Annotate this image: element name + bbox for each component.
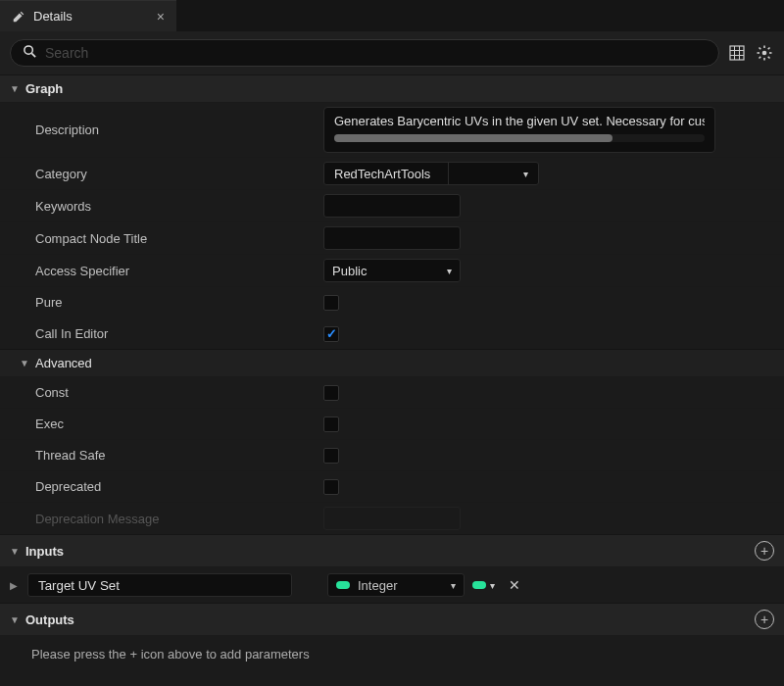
input-param-name[interactable] <box>27 573 292 597</box>
callineditor-checkbox[interactable] <box>323 326 339 342</box>
pencil-icon <box>12 10 25 24</box>
chevron-down-icon: ▾ <box>447 266 452 276</box>
chevron-down-icon[interactable]: ▾ <box>514 165 538 183</box>
deprecated-checkbox[interactable] <box>323 479 339 495</box>
category-combo[interactable]: RedTechArtTools ▾ <box>323 162 539 185</box>
section-advanced[interactable]: ▼ Advanced <box>0 349 784 376</box>
chevron-down-icon: ▼ <box>10 83 20 94</box>
pure-checkbox[interactable] <box>323 295 339 311</box>
description-scrollbar[interactable] <box>334 134 705 142</box>
tab-details[interactable]: Details × <box>0 0 176 31</box>
label-deprecated: Deprecated <box>0 479 323 494</box>
label-pure: Pure <box>0 295 323 310</box>
prop-depmsg: Deprecation Message <box>0 502 784 534</box>
svg-line-13 <box>768 57 770 59</box>
threadsafe-checkbox[interactable] <box>323 448 339 464</box>
search-icon <box>23 44 37 62</box>
prop-keywords: Keywords <box>0 189 784 221</box>
label-description: Description <box>0 122 323 137</box>
outputs-hint: Please press the + icon above to add par… <box>0 635 784 673</box>
section-inputs[interactable]: ▼ Inputs + <box>0 534 784 566</box>
chevron-down-icon: ▾ <box>451 580 456 591</box>
svg-line-15 <box>760 57 761 59</box>
input-param-row: ▶ Integer ▾ ▾ ✕ <box>0 566 784 603</box>
access-combo[interactable]: Public ▾ <box>323 259 461 282</box>
gear-icon[interactable] <box>755 43 774 63</box>
label-access: Access Specifier <box>0 264 323 278</box>
compact-title-field[interactable] <box>323 226 461 250</box>
search-input[interactable] <box>45 45 707 61</box>
prop-category: Category RedTechArtTools ▾ <box>0 157 784 189</box>
prop-const: Const <box>0 376 784 408</box>
add-input-button[interactable]: + <box>755 541 774 561</box>
keywords-field[interactable] <box>323 194 461 218</box>
prop-compact-title: Compact Node Title <box>0 221 784 254</box>
chevron-down-icon: ▼ <box>20 358 29 368</box>
const-checkbox[interactable] <box>323 385 339 401</box>
tab-bar: Details × <box>0 0 784 31</box>
section-inputs-title: Inputs <box>25 544 64 559</box>
prop-description: Description Generates Barycentric UVs in… <box>0 102 784 157</box>
depmsg-field <box>323 507 461 530</box>
label-category: Category <box>0 167 323 181</box>
label-callineditor: Call In Editor <box>0 326 323 341</box>
chevron-down-icon: ▼ <box>10 546 20 557</box>
grid-icon[interactable] <box>727 43 747 63</box>
svg-point-7 <box>762 51 767 56</box>
section-graph[interactable]: ▼ Graph <box>0 74 784 102</box>
access-value: Public <box>332 264 367 278</box>
category-value: RedTechArtTools <box>324 163 440 185</box>
search-row <box>0 31 784 74</box>
section-outputs[interactable]: ▼ Outputs + <box>0 603 784 635</box>
chevron-down-icon: ▾ <box>490 580 495 591</box>
prop-exec: Exec <box>0 408 784 439</box>
section-outputs-title: Outputs <box>25 612 74 627</box>
svg-rect-2 <box>730 46 744 60</box>
description-field[interactable]: Generates Barycentric UVs in the given U… <box>323 107 715 153</box>
label-compact: Compact Node Title <box>0 231 323 246</box>
svg-line-12 <box>760 48 761 50</box>
search-box[interactable] <box>10 39 719 67</box>
section-advanced-title: Advanced <box>35 356 92 370</box>
input-type-label: Integer <box>358 578 397 593</box>
label-threadsafe: Thread Safe <box>0 448 323 463</box>
tab-title: Details <box>33 9 149 24</box>
prop-deprecated: Deprecated <box>0 470 784 502</box>
section-graph-title: Graph <box>25 81 63 96</box>
container-type-combo[interactable]: ▾ <box>472 580 495 591</box>
add-output-button[interactable]: + <box>755 610 774 629</box>
remove-param-button[interactable]: ✕ <box>503 577 526 593</box>
prop-threadsafe: Thread Safe <box>0 439 784 470</box>
exec-checkbox[interactable] <box>323 416 339 432</box>
chevron-down-icon: ▼ <box>10 614 20 625</box>
svg-point-0 <box>24 46 32 54</box>
prop-call-in-editor: Call In Editor <box>0 318 784 349</box>
input-type-combo[interactable]: Integer ▾ <box>327 573 465 597</box>
prop-pure: Pure <box>0 286 784 318</box>
close-icon[interactable]: × <box>157 9 165 24</box>
prop-access-specifier: Access Specifier Public ▾ <box>0 254 784 286</box>
type-pill-icon <box>336 581 350 589</box>
description-value: Generates Barycentric UVs in the given U… <box>334 114 705 128</box>
type-pill-icon <box>472 581 486 589</box>
chevron-right-icon[interactable]: ▶ <box>10 580 20 591</box>
label-const: Const <box>0 385 323 400</box>
label-depmsg: Deprecation Message <box>0 512 323 526</box>
svg-line-1 <box>31 53 35 57</box>
svg-line-14 <box>768 48 770 50</box>
label-keywords: Keywords <box>0 199 323 214</box>
label-exec: Exec <box>0 416 323 431</box>
